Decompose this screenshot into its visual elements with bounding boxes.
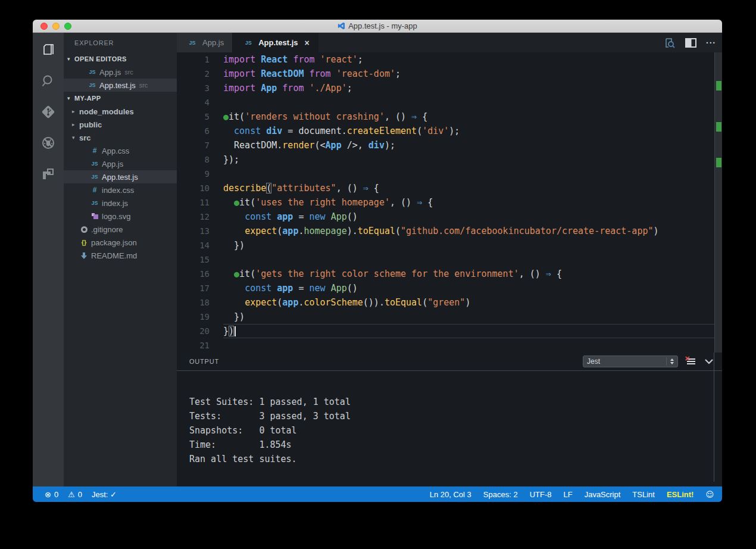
- tab-App.js[interactable]: JSApp.js: [177, 33, 233, 52]
- code-line-9[interactable]: 9: [177, 167, 722, 181]
- tab-bar: JSApp.jsJSApp.test.js× ···: [177, 33, 722, 52]
- code-line-14[interactable]: 14 }): [177, 238, 722, 252]
- line-number: 9: [177, 167, 223, 181]
- open-editor-item[interactable]: JSApp.test.jssrc: [64, 79, 177, 92]
- tree-folder-node_modules[interactable]: ▸node_modules: [64, 105, 177, 118]
- code-line-17[interactable]: 17 const app = new App(): [177, 281, 722, 295]
- explorer-view-button[interactable]: [39, 41, 57, 59]
- tree-file-index.js[interactable]: JSindex.js: [64, 196, 177, 210]
- code-line-2[interactable]: 2import ReactDOM from 'react-dom';: [177, 67, 722, 81]
- tree-folder-public[interactable]: ▸public: [64, 118, 177, 131]
- status-bar: ⊗0⚠0Jest: ✓ Ln 20, Col 3Spaces: 2UTF-8LF…: [33, 486, 722, 502]
- title-bar[interactable]: App.test.js - my-app: [33, 20, 722, 33]
- tree-file-App.css[interactable]: #App.css: [64, 144, 177, 157]
- status-item-javascript[interactable]: JavaScript: [585, 490, 621, 499]
- code-line-7[interactable]: 7 ReactDOM.render(<App />, div);: [177, 138, 722, 152]
- line-number: 21: [177, 338, 223, 353]
- status-item-lf[interactable]: LF: [563, 490, 572, 499]
- line-content: const div = document.createElement('div'…: [223, 124, 714, 138]
- code-line-6[interactable]: 6 const div = document.createElement('di…: [177, 124, 722, 138]
- tree-file-package.json[interactable]: {}package.json: [64, 236, 177, 249]
- close-icon[interactable]: ×: [305, 38, 310, 48]
- code-line-3[interactable]: 3import App from './App';: [177, 81, 722, 95]
- code-line-21[interactable]: 21: [177, 338, 722, 353]
- line-content: }): [223, 310, 714, 324]
- error-status[interactable]: ⊗0: [45, 490, 58, 499]
- tree-folder-src[interactable]: ▾src: [64, 131, 177, 144]
- code-line-4[interactable]: 4: [177, 95, 722, 110]
- status-item-utf-8[interactable]: UTF-8: [530, 490, 552, 499]
- status-item-tslint[interactable]: TSLint: [632, 490, 655, 499]
- line-number: 15: [177, 252, 223, 267]
- collapse-panel-chevron-icon[interactable]: [704, 358, 714, 364]
- line-number: 19: [177, 310, 223, 324]
- tree-file-logo.svg[interactable]: logo.svg: [64, 210, 177, 223]
- line-content: import App from './App';: [223, 81, 714, 95]
- panel-scrollbar-track[interactable]: [714, 353, 714, 482]
- tree-file-.gitignore[interactable]: .gitignore: [64, 223, 177, 236]
- line-content: }): [223, 324, 714, 338]
- js-file-icon: JS: [186, 40, 198, 46]
- feedback-smiley-icon[interactable]: ☺: [705, 490, 714, 499]
- explorer-sidebar: EXPLORER ▾OPEN EDITORSJSApp.jssrcJSApp.t…: [64, 33, 177, 486]
- code-line-15[interactable]: 15: [177, 252, 722, 267]
- line-number: 11: [177, 195, 223, 210]
- line-number: 13: [177, 224, 223, 238]
- more-actions-button[interactable]: ···: [706, 38, 716, 48]
- code-line-10[interactable]: 10describe("attributes", () ⇒ {: [177, 181, 722, 195]
- js-file-icon: JS: [89, 200, 101, 206]
- close-window-button[interactable]: [40, 23, 48, 30]
- tree-file-App.test.js[interactable]: JSApp.test.js: [64, 170, 177, 183]
- desktop: App.test.js - my-app: [0, 0, 756, 549]
- code-line-18[interactable]: 18 expect(app.colorScheme()).toEqual("gr…: [177, 295, 722, 310]
- split-editor-icon[interactable]: [685, 38, 696, 48]
- tree-file-index.css[interactable]: #index.css: [64, 183, 177, 196]
- code-line-5[interactable]: 5●it('renders without crashing', () ⇒ {: [177, 110, 722, 124]
- js-file-icon: JS: [89, 174, 101, 180]
- zoom-window-button[interactable]: [64, 23, 71, 30]
- line-content: ●it('renders without crashing', () ⇒ {: [223, 110, 714, 124]
- tree-file-README.md[interactable]: README.md: [64, 249, 177, 262]
- clear-output-icon[interactable]: ✕: [687, 358, 695, 365]
- code-line-19[interactable]: 19 }): [177, 310, 722, 324]
- line-number: 2: [177, 67, 223, 81]
- line-number: 20: [177, 324, 223, 338]
- css-file-icon: #: [89, 146, 101, 155]
- project-root-header[interactable]: ▾MY-APP: [64, 92, 177, 105]
- css-file-icon: #: [89, 186, 101, 194]
- tab-App.test.js[interactable]: JSApp.test.js×: [233, 33, 318, 52]
- search-view-button[interactable]: [39, 72, 57, 90]
- code-line-20[interactable]: 20}): [177, 324, 722, 338]
- code-line-1[interactable]: 1import React from 'react';: [177, 52, 722, 67]
- overview-ruler[interactable]: [714, 52, 722, 353]
- open-editor-item[interactable]: JSApp.jssrc: [64, 65, 177, 79]
- debug-view-button[interactable]: [39, 134, 57, 152]
- panel-title: OUTPUT: [189, 358, 219, 365]
- source-control-view-button[interactable]: [39, 103, 57, 121]
- extensions-view-button[interactable]: [39, 165, 57, 183]
- minimize-window-button[interactable]: [52, 23, 60, 30]
- open-editors-header[interactable]: ▾OPEN EDITORS: [64, 52, 177, 65]
- line-content: ●it('gets the right color scheme for the…: [223, 267, 714, 281]
- code-line-13[interactable]: 13 expect(app.homepage).toEqual("github.…: [177, 224, 722, 238]
- line-content: expect(app.colorScheme()).toEqual("green…: [223, 295, 714, 310]
- warning-status[interactable]: ⚠0: [68, 490, 82, 499]
- code-line-16[interactable]: 16 ●it('gets the right color scheme for …: [177, 267, 722, 281]
- test-pass-mark: [716, 122, 721, 132]
- status-item-spaces-2[interactable]: Spaces: 2: [483, 490, 518, 499]
- status-item-ln-20-col-3[interactable]: Ln 20, Col 3: [430, 490, 471, 499]
- jest-status[interactable]: Jest: ✓: [92, 490, 117, 499]
- svg-file-icon: [89, 213, 101, 219]
- error-icon: ⊗: [45, 490, 51, 499]
- traffic-lights: [40, 23, 71, 30]
- output-channel-select[interactable]: Jest: [583, 355, 678, 367]
- code-line-11[interactable]: 11 ●it('uses the right homepage', () ⇒ {: [177, 195, 722, 210]
- status-item-eslint-[interactable]: ESLint!: [667, 490, 694, 499]
- code-line-8[interactable]: 8});: [177, 152, 722, 167]
- code-editor[interactable]: 1import React from 'react';2import React…: [177, 52, 722, 353]
- code-line-12[interactable]: 12 const app = new App(): [177, 210, 722, 224]
- line-content: ●it('uses the right homepage', () ⇒ {: [223, 195, 714, 210]
- open-preview-icon[interactable]: [664, 38, 676, 48]
- window-title: App.test.js - my-app: [338, 21, 417, 30]
- tree-file-App.js[interactable]: JSApp.js: [64, 157, 177, 170]
